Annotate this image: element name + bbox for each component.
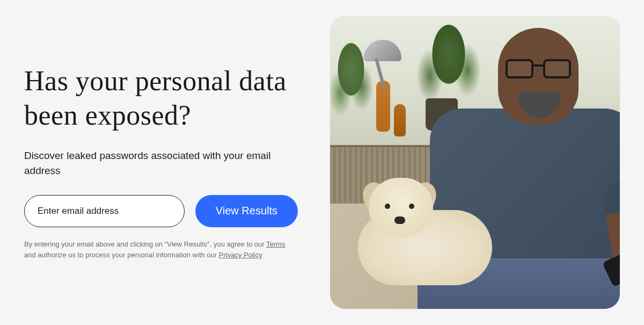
illustration-bottle — [394, 104, 406, 136]
illustration-lamp — [353, 40, 407, 83]
hero-subhead: Discover leaked passwords associated wit… — [24, 148, 298, 179]
hero-content: Has your personal data been exposed? Dis… — [24, 64, 303, 262]
view-results-button[interactable]: View Results — [195, 195, 298, 227]
hero-image — [330, 16, 620, 309]
email-field[interactable] — [24, 195, 185, 227]
hero-headline: Has your personal data been exposed? — [24, 64, 298, 133]
disclaimer-text: By entering your email above and clickin… — [24, 239, 298, 262]
terms-link[interactable]: Terms — [266, 240, 285, 248]
disclaimer-middle: and authorize us to process your persona… — [24, 251, 219, 259]
email-form: View Results — [24, 195, 298, 227]
disclaimer-prefix: By entering your email above and clickin… — [24, 240, 266, 248]
hero-section: Has your personal data been exposed? Dis… — [24, 16, 620, 309]
privacy-link[interactable]: Privacy Policy — [219, 251, 262, 259]
illustration-dog — [347, 178, 497, 285]
